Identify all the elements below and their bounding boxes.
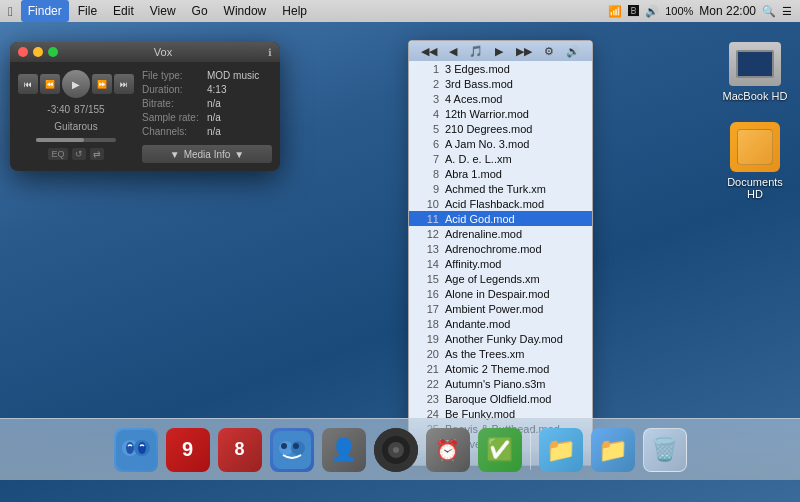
item-number: 4 bbox=[417, 108, 439, 120]
rewind-button[interactable]: ⏪ bbox=[40, 74, 60, 94]
dock-migration[interactable]: 👤 bbox=[320, 426, 368, 474]
player-controls: ⏮ ⏪ ▶ ⏩ ⏭ -3:40 87/155 Guitarous EQ ↺ bbox=[18, 70, 134, 163]
menu-go[interactable]: Go bbox=[185, 0, 215, 22]
menu-finder[interactable]: Finder bbox=[21, 0, 69, 22]
list-item[interactable]: 12Adrenaline.mod bbox=[409, 226, 592, 241]
item-name: Autumn's Piano.s3m bbox=[445, 378, 546, 390]
list-item[interactable]: 15Age of Legends.xm bbox=[409, 271, 592, 286]
list-item[interactable]: 16Alone in Despair.mod bbox=[409, 286, 592, 301]
list-item[interactable]: 22Autumn's Piano.s3m bbox=[409, 376, 592, 391]
item-name: Acid Flashback.mod bbox=[445, 198, 544, 210]
list-item[interactable]: 34 Aces.mod bbox=[409, 91, 592, 106]
prev-button[interactable]: ⏮ bbox=[18, 74, 38, 94]
list-item[interactable]: 6A Jam No. 3.mod bbox=[409, 136, 592, 151]
media-info-button[interactable]: ▼ Media Info ▼ bbox=[142, 145, 272, 163]
search-icon[interactable]: 🔍 bbox=[762, 5, 776, 18]
dock-finder-icon bbox=[114, 428, 158, 472]
list-item[interactable]: 13 Edges.mod bbox=[409, 61, 592, 76]
list-item[interactable]: 19Another Funky Day.mod bbox=[409, 331, 592, 346]
menu-window[interactable]: Window bbox=[217, 0, 274, 22]
forward-button[interactable]: ⏩ bbox=[92, 74, 112, 94]
dock-speakers[interactable] bbox=[372, 426, 420, 474]
volume-slider[interactable] bbox=[36, 138, 116, 142]
dock-ical[interactable]: 8 bbox=[216, 426, 264, 474]
dock-finder[interactable] bbox=[112, 426, 160, 474]
macbook-screen bbox=[736, 50, 774, 78]
file-type-label: File type: bbox=[142, 70, 207, 81]
dock-speakers-icon bbox=[374, 428, 418, 472]
list-item[interactable]: 14Affinity.mod bbox=[409, 256, 592, 271]
item-number: 21 bbox=[417, 363, 439, 375]
sample-rate-value: n/a bbox=[207, 112, 221, 123]
item-name: Adrenaline.mod bbox=[445, 228, 522, 240]
item-number: 9 bbox=[417, 183, 439, 195]
list-item[interactable]: 5210 Degrees.mod bbox=[409, 121, 592, 136]
dropdown-list: ◀◀ ◀ 🎵 ▶ ▶▶ ⚙ 🔊 13 Edges.mod23rd Bass.mo… bbox=[408, 40, 593, 466]
dock-address-book[interactable]: 9 bbox=[164, 426, 212, 474]
item-name: Age of Legends.xm bbox=[445, 273, 540, 285]
list-item[interactable]: 13Adrenochrome.mod bbox=[409, 241, 592, 256]
item-name: Affinity.mod bbox=[445, 258, 501, 270]
volume-icon: 🔊 bbox=[645, 5, 659, 18]
list-item[interactable]: 18Andante.mod bbox=[409, 316, 592, 331]
shuffle-button[interactable]: ⇄ bbox=[90, 148, 104, 160]
dock-time-machine[interactable]: ⏰ bbox=[424, 426, 472, 474]
macbook-hd-label: MacBook HD bbox=[723, 90, 788, 102]
dd-nav-prev[interactable]: ◀ bbox=[449, 45, 457, 58]
dock-omnifocus[interactable]: ✅ bbox=[476, 426, 524, 474]
item-number: 5 bbox=[417, 123, 439, 135]
close-button[interactable] bbox=[18, 47, 28, 57]
menu-edit[interactable]: Edit bbox=[106, 0, 141, 22]
list-item[interactable]: 21Atomic 2 Theme.mod bbox=[409, 361, 592, 376]
dock-migration-icon: 👤 bbox=[322, 428, 366, 472]
minimize-button[interactable] bbox=[33, 47, 43, 57]
bluetooth-icon: 🅱 bbox=[628, 5, 639, 17]
list-icon[interactable]: ☰ bbox=[782, 5, 792, 18]
dock-folder-1[interactable]: 📁 bbox=[537, 426, 585, 474]
repeat-button[interactable]: ↺ bbox=[72, 148, 86, 160]
list-item[interactable]: 412th Warrior.mod bbox=[409, 106, 592, 121]
menu-help[interactable]: Help bbox=[275, 0, 314, 22]
item-number: 7 bbox=[417, 153, 439, 165]
list-item[interactable]: 8Abra 1.mod bbox=[409, 166, 592, 181]
list-item[interactable]: 17Ambient Power.mod bbox=[409, 301, 592, 316]
dock-finder-face[interactable] bbox=[268, 426, 316, 474]
dock-omnifocus-icon: ✅ bbox=[478, 428, 522, 472]
dock-ical-icon: 8 bbox=[218, 428, 262, 472]
item-name: Baroque Oldfield.mod bbox=[445, 393, 551, 405]
apple-logo-icon[interactable]:  bbox=[8, 4, 13, 19]
player-info-icon[interactable]: ℹ bbox=[268, 47, 272, 58]
eq-button[interactable]: EQ bbox=[48, 148, 67, 160]
menu-file[interactable]: File bbox=[71, 0, 104, 22]
item-number: 13 bbox=[417, 243, 439, 255]
maximize-button[interactable] bbox=[48, 47, 58, 57]
item-name: 3 Edges.mod bbox=[445, 63, 510, 75]
battery-icon: 100% bbox=[665, 5, 693, 17]
dd-settings-icon[interactable]: ⚙ bbox=[544, 45, 554, 58]
list-item[interactable]: 23Baroque Oldfield.mod bbox=[409, 391, 592, 406]
svg-point-9 bbox=[293, 443, 299, 449]
dd-nav-next[interactable]: ▶ bbox=[495, 45, 503, 58]
media-info-arrow-icon: ▼ bbox=[234, 149, 244, 160]
list-item[interactable]: 11Acid God.mod bbox=[409, 211, 592, 226]
list-item[interactable]: 10Acid Flashback.mod bbox=[409, 196, 592, 211]
dd-nav-left[interactable]: ◀◀ bbox=[421, 45, 437, 58]
dock-folder-2[interactable]: 📁 bbox=[589, 426, 637, 474]
dock-time-machine-icon: ⏰ bbox=[426, 428, 470, 472]
menu-view[interactable]: View bbox=[143, 0, 183, 22]
item-number: 17 bbox=[417, 303, 439, 315]
macbook-hd-icon[interactable]: MacBook HD bbox=[720, 42, 790, 102]
list-item[interactable]: 9Achmed the Turk.xm bbox=[409, 181, 592, 196]
item-name: Achmed the Turk.xm bbox=[445, 183, 546, 195]
list-item[interactable]: 7A. D. e. L..xm bbox=[409, 151, 592, 166]
bitrate-label: Bitrate: bbox=[142, 98, 207, 109]
dd-nav-right[interactable]: ▶▶ bbox=[516, 45, 532, 58]
next-button[interactable]: ⏭ bbox=[114, 74, 134, 94]
item-number: 16 bbox=[417, 288, 439, 300]
list-item[interactable]: 20As the Trees.xm bbox=[409, 346, 592, 361]
dock-trash[interactable]: 🗑️ bbox=[641, 426, 689, 474]
dd-speaker-icon[interactable]: 🔊 bbox=[566, 45, 580, 58]
documents-hd-icon[interactable]: Documents HD bbox=[720, 122, 790, 200]
play-button[interactable]: ▶ bbox=[62, 70, 90, 98]
list-item[interactable]: 23rd Bass.mod bbox=[409, 76, 592, 91]
